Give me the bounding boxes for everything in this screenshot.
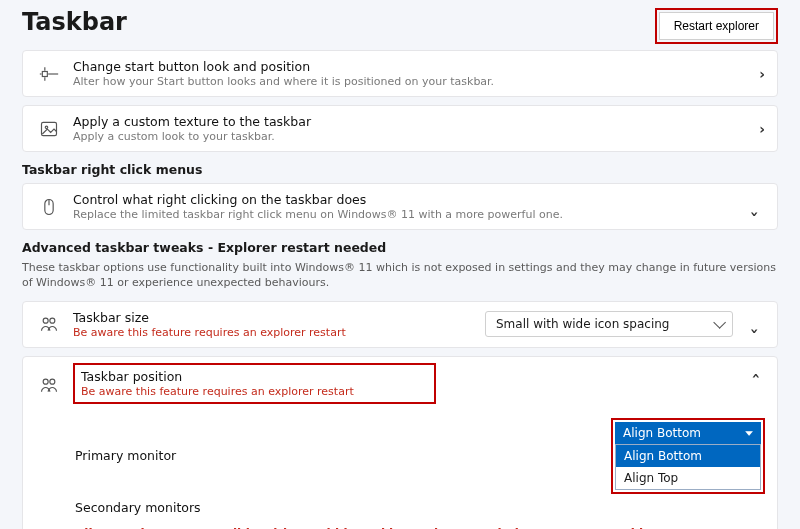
- row-primary-monitor: Primary monitor Align Bottom ▼ Align Bot…: [23, 412, 777, 500]
- section-desc-advanced: These taskbar options use functionality …: [22, 261, 778, 291]
- svg-point-10: [50, 318, 55, 323]
- card-subtitle: Alter how your Start button looks and wh…: [73, 75, 745, 88]
- svg-point-6: [45, 126, 48, 128]
- card-taskbar-position-header[interactable]: Taskbar position Be aware this feature r…: [23, 357, 777, 412]
- card-custom-texture[interactable]: Apply a custom texture to the taskbar Ap…: [22, 105, 778, 152]
- restart-explorer-button[interactable]: Restart explorer: [659, 12, 774, 40]
- people-icon: [35, 314, 63, 334]
- card-warning: Be aware this feature requires an explor…: [73, 326, 485, 339]
- chevron-down-icon: ›: [747, 197, 763, 217]
- card-title: Taskbar size: [73, 310, 485, 325]
- primary-monitor-dropdown-highlight: Align Bottom ▼ Align Bottom Align Top: [611, 418, 765, 494]
- mouse-icon: [35, 197, 63, 217]
- svg-rect-0: [42, 71, 47, 76]
- dropdown-option-align-top[interactable]: Align Top: [616, 467, 760, 489]
- card-title: Taskbar position: [81, 369, 354, 384]
- select-value: Small with wide icon spacing: [496, 317, 669, 331]
- card-taskbar-position: Taskbar position Be aware this feature r…: [22, 356, 778, 529]
- dropdown-option-align-bottom[interactable]: Align Bottom: [616, 445, 760, 467]
- card-subtitle: Apply a custom look to your taskbar.: [73, 130, 745, 143]
- taskbar-size-select[interactable]: Small with wide icon spacing: [485, 311, 733, 337]
- svg-point-12: [50, 379, 55, 384]
- section-heading-advanced: Advanced taskbar tweaks - Explorer resta…: [22, 240, 778, 255]
- chevron-right-icon: ›: [745, 66, 765, 82]
- svg-point-11: [43, 379, 48, 384]
- chevron-down-icon: ›: [747, 314, 763, 334]
- card-title: Apply a custom texture to the taskbar: [73, 114, 745, 129]
- primary-monitor-dropdown[interactable]: Align Bottom ▼: [615, 422, 761, 444]
- chevron-down-icon: ▼: [745, 429, 753, 436]
- card-right-click[interactable]: Control what right clicking on the taskb…: [22, 183, 778, 230]
- layout-icon: [35, 64, 63, 84]
- card-title: Change start button look and position: [73, 59, 745, 74]
- chevron-right-icon: ›: [745, 121, 765, 137]
- card-warning: Be aware this feature requires an explor…: [81, 385, 354, 398]
- image-icon: [35, 119, 63, 139]
- taskbar-position-highlight: Taskbar position Be aware this feature r…: [73, 363, 436, 404]
- secondary-monitors-label: Secondary monitors: [75, 500, 201, 515]
- people-icon: [35, 375, 63, 395]
- svg-point-9: [43, 318, 48, 323]
- card-taskbar-size[interactable]: Taskbar size Be aware this feature requi…: [22, 301, 778, 348]
- chevron-up-icon: ›: [747, 373, 763, 393]
- primary-monitor-label: Primary monitor: [75, 448, 176, 463]
- dropdown-list: Align Bottom Align Top: [615, 444, 761, 490]
- card-start-button[interactable]: Change start button look and position Al…: [22, 50, 778, 97]
- align-top-compat-warning: Align top is not compatible with autohid…: [23, 521, 777, 529]
- card-subtitle: Replace the limited taskbar right click …: [73, 208, 745, 221]
- restart-explorer-highlight: Restart explorer: [655, 8, 778, 44]
- row-secondary-monitors: Secondary monitors: [23, 500, 777, 521]
- dropdown-selected-value: Align Bottom: [623, 426, 701, 440]
- card-title: Control what right clicking on the taskb…: [73, 192, 745, 207]
- page-title: Taskbar: [22, 8, 127, 36]
- section-heading-rightclick: Taskbar right click menus: [22, 162, 778, 177]
